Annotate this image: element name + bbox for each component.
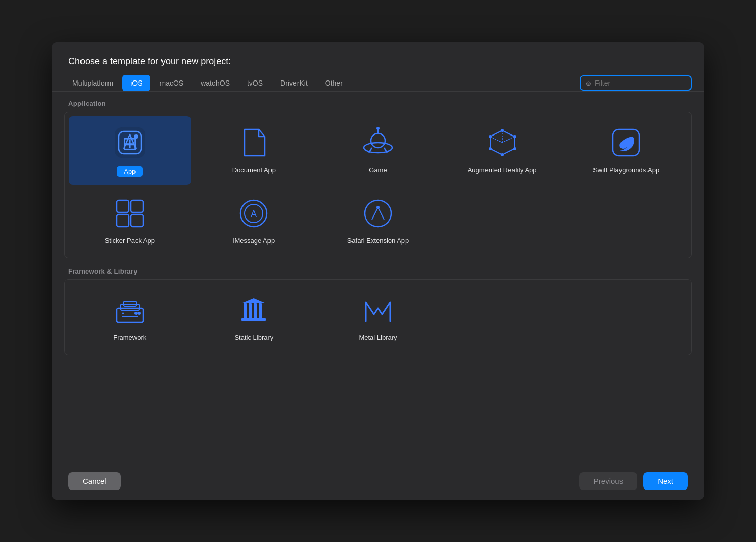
sticker-pack-label: Sticker Pack App — [105, 237, 155, 246]
svg-point-16 — [501, 153, 504, 156]
content-area: Application ⊞ — [52, 92, 704, 462]
ar-icon — [484, 124, 521, 161]
svg-point-14 — [489, 135, 492, 138]
template-item-framework[interactable]: Framework — [69, 284, 191, 350]
svg-point-37 — [138, 312, 141, 315]
svg-line-12 — [502, 137, 515, 143]
sticker-icon — [112, 195, 148, 232]
static-library-label: Static Library — [234, 334, 273, 342]
framework-icon — [112, 292, 148, 329]
tab-macos[interactable]: macOS — [151, 75, 192, 91]
section-framework-header: Framework & Library — [64, 259, 692, 279]
svg-rect-23 — [131, 214, 143, 227]
tab-tvos[interactable]: tvOS — [239, 75, 271, 91]
svg-rect-42 — [259, 303, 262, 318]
app-badge: App — [117, 166, 143, 177]
template-item-metal-library[interactable]: Metal Library — [317, 284, 439, 350]
framework-label: Framework — [113, 334, 146, 342]
tab-watchos[interactable]: watchOS — [193, 75, 238, 91]
template-item-ar-app[interactable]: Augmented Reality App — [441, 116, 563, 185]
tab-driverkit[interactable]: DriverKit — [272, 75, 316, 91]
cancel-button[interactable]: Cancel — [68, 472, 121, 490]
svg-rect-38 — [241, 318, 266, 321]
swift-icon — [608, 124, 644, 161]
next-button[interactable]: Next — [643, 472, 688, 490]
svg-line-29 — [372, 207, 378, 220]
tab-multiplatform[interactable]: Multiplatform — [64, 75, 121, 91]
svg-rect-41 — [254, 303, 257, 318]
svg-point-36 — [134, 312, 138, 315]
metal-library-label: Metal Library — [359, 334, 397, 342]
template-item-swift-playgrounds[interactable]: Swift Playgrounds App — [565, 116, 687, 185]
empty-cell-1 — [441, 187, 563, 254]
metal-library-icon — [360, 292, 396, 329]
application-grid: ⊞ App — [64, 112, 692, 258]
fw-empty-2 — [565, 284, 687, 350]
svg-rect-39 — [244, 303, 247, 318]
template-item-static-library[interactable]: Static Library — [193, 284, 315, 350]
tab-ios[interactable]: iOS — [122, 75, 150, 91]
svg-point-27 — [365, 200, 391, 227]
template-item-sticker-pack[interactable]: Sticker Pack App — [69, 187, 191, 254]
imessage-icon: A — [235, 195, 272, 232]
svg-point-13 — [501, 129, 504, 132]
platform-tabs: Multiplatform iOS macOS watchOS tvOS Dri… — [64, 75, 578, 91]
svg-rect-20 — [117, 200, 129, 212]
svg-point-5 — [371, 133, 385, 148]
filter-input[interactable] — [595, 79, 686, 87]
static-library-icon — [235, 292, 272, 329]
template-item-safari-extension[interactable]: Safari Extension App — [317, 187, 439, 254]
template-item-app[interactable]: ⊞ App — [69, 116, 191, 185]
svg-point-15 — [513, 135, 516, 138]
swift-playgrounds-label: Swift Playgrounds App — [593, 166, 659, 175]
svg-point-30 — [376, 206, 380, 209]
game-label: Game — [369, 166, 387, 175]
svg-point-3 — [134, 134, 138, 139]
svg-rect-22 — [117, 214, 129, 227]
fw-empty-1 — [441, 284, 563, 350]
dialog-title: Choose a template for your new project: — [52, 42, 704, 75]
section-application-header: Application — [64, 92, 692, 112]
svg-point-7 — [376, 127, 380, 130]
tab-other[interactable]: Other — [317, 75, 351, 91]
svg-rect-21 — [131, 200, 143, 212]
filter-wrapper: ⊜ — [580, 75, 692, 91]
template-item-document-app[interactable]: Document App — [193, 116, 315, 185]
imessage-label: iMessage App — [233, 237, 275, 246]
empty-cell-2 — [565, 187, 687, 254]
template-item-game[interactable]: Game — [317, 116, 439, 185]
tab-bar: Multiplatform iOS macOS watchOS tvOS Dri… — [52, 75, 704, 92]
navigation-buttons: Previous Next — [579, 472, 688, 490]
app-icon: ⊞ — [112, 124, 148, 161]
safari-icon — [360, 195, 396, 232]
filter-icon: ⊜ — [586, 79, 591, 87]
template-item-imessage[interactable]: A iMessage App — [193, 187, 315, 254]
svg-line-11 — [490, 137, 502, 143]
framework-grid: Framework Static Library — [64, 279, 692, 355]
ar-app-label: Augmented Reality App — [468, 166, 537, 175]
template-chooser-dialog: Choose a template for your new project: … — [52, 42, 704, 500]
svg-point-17 — [489, 147, 492, 150]
document-app-label: Document App — [232, 166, 276, 175]
app-label-wrapper: App — [117, 166, 143, 177]
svg-text:A: A — [251, 209, 257, 219]
game-icon — [360, 124, 396, 161]
svg-line-28 — [378, 207, 384, 220]
document-icon — [235, 124, 272, 161]
safari-extension-label: Safari Extension App — [347, 237, 409, 246]
svg-rect-40 — [249, 303, 252, 318]
svg-point-18 — [513, 147, 516, 150]
previous-button[interactable]: Previous — [579, 472, 637, 490]
dialog-footer: Cancel Previous Next — [52, 462, 704, 500]
